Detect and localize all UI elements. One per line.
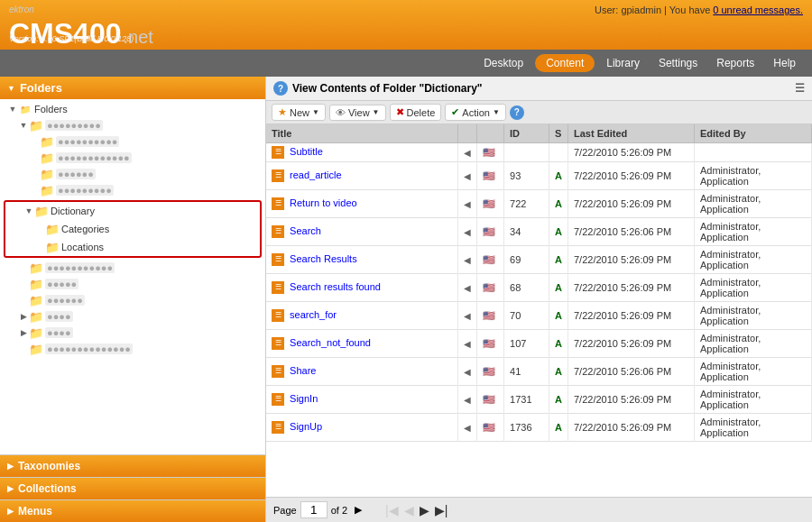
dict-folder-icon: 📁 [34, 204, 49, 218]
new-label: New [290, 107, 309, 118]
delete-icon: ✖ [396, 106, 404, 118]
nav-content[interactable]: Content [535, 54, 595, 72]
tree-root[interactable]: ▼ 📁 Folders [0, 101, 265, 117]
row-edited-by: Administrator, Application [695, 302, 812, 330]
flag-icon: 🇺🇸 [483, 310, 495, 321]
row-status: A [549, 162, 568, 190]
version-text: Version: 8.00 SP1(Build 8.0.0.128) [9, 34, 134, 43]
tree-item-n3[interactable]: 📁 ●●●●●●●●●●●● [0, 150, 265, 166]
row-title: ☰ Search Results [266, 246, 458, 274]
last-page-btn[interactable]: ▶| [433, 503, 450, 517]
tree-item-n7[interactable]: 📁 ●●●●● [0, 276, 265, 292]
root-expand-icon[interactable]: ▼ [7, 105, 18, 114]
row-id: 1731 [504, 386, 549, 414]
n1-expand-icon[interactable]: ▼ [18, 121, 29, 130]
tree-item-n9[interactable]: ▶ 📁 ●●●● [0, 308, 265, 325]
tree-item-locations[interactable]: 📁 Locations [5, 238, 260, 256]
tree-item-n11[interactable]: 📁 ●●●●●●●●●●●●●● [0, 341, 265, 357]
n9-folder-icon: 📁 [29, 309, 43, 324]
row-lang: 🇺🇸 [477, 414, 504, 442]
row-status: A [549, 414, 568, 442]
content-title-link[interactable]: Search_not_found [290, 337, 371, 348]
view-label: View [348, 107, 370, 118]
row-date: 7/22/2010 5:26:09 PM [568, 143, 695, 162]
nav-reports[interactable]: Reports [709, 54, 761, 72]
next-green-icon[interactable]: ▶ [355, 504, 362, 516]
row-lang: 🇺🇸 [477, 143, 504, 162]
view-button[interactable]: 👁 View ▼ [329, 105, 386, 121]
content-title-link[interactable]: read_article [290, 169, 341, 180]
unread-messages-link[interactable]: 0 unread messages. [713, 5, 803, 15]
row-edited-by: Administrator, Application [695, 246, 812, 274]
tree-item-n1[interactable]: ▼ 📁 ●●●●●●●●● [0, 117, 265, 133]
prev-page-btn[interactable]: ◀ [402, 503, 416, 517]
nav-bar: Desktop Content Library Settings Reports… [0, 50, 812, 77]
action-button[interactable]: ✔ Action ▼ [445, 104, 506, 121]
tree-item-n2[interactable]: 📁 ●●●●●●●●●● [0, 133, 265, 150]
folders-header[interactable]: ▼ Folders [0, 77, 265, 99]
page-input[interactable] [300, 501, 328, 518]
flag-icon: 🇺🇸 [483, 147, 495, 158]
n1-label: ●●●●●●●●● [45, 120, 103, 131]
tree-item-dictionary[interactable]: ▼ 📁 Dictionary [5, 202, 260, 220]
collections-expand-icon: ▶ [7, 484, 14, 493]
content-title-link[interactable]: SignIn [290, 393, 318, 404]
content-title-link[interactable]: Search [290, 225, 321, 236]
dict-expand-icon[interactable]: ▼ [23, 206, 34, 215]
n11-folder-icon: 📁 [29, 342, 43, 356]
tree-item-n8[interactable]: 📁 ●●●●●● [0, 292, 265, 308]
nav-help[interactable]: Help [766, 54, 803, 72]
n9-expand-icon[interactable]: ▶ [18, 312, 29, 321]
nav-library[interactable]: Library [599, 54, 647, 72]
new-button[interactable]: ★ New ▼ [272, 104, 326, 121]
collections-section[interactable]: ▶ Collections [0, 477, 265, 499]
tree-item-n6[interactable]: 📁 ●●●●●●●●●●● [0, 260, 265, 276]
content-type-icon: ☰ [272, 393, 284, 406]
tree-item-n4[interactable]: 📁 ●●●●●● [0, 166, 265, 182]
n8-label: ●●●●●● [45, 295, 85, 306]
settings-menu-icon[interactable]: ☰ [795, 82, 805, 95]
next-page-btn[interactable]: ▶ [418, 503, 431, 517]
row-arrow-icon: ◀ [464, 255, 471, 265]
row-edited-by: Administrator, Application [695, 190, 812, 218]
row-status: A [549, 190, 568, 218]
table-row: ☰ Search_not_found ◀ 🇺🇸 107 A 7/22/2010 … [266, 330, 812, 358]
content-title-link[interactable]: Share [290, 365, 316, 376]
row-status: A [549, 274, 568, 302]
n7-label: ●●●●● [45, 279, 78, 289]
row-arrow-icon: ◀ [464, 395, 471, 405]
content-title-link[interactable]: search_for [290, 309, 337, 320]
pagination-bar: Page of 2 ▶ |◀ ◀ ▶ ▶| [266, 497, 812, 522]
col-edited-by: Edited By [695, 124, 812, 143]
nav-desktop[interactable]: Desktop [476, 54, 531, 72]
nav-settings[interactable]: Settings [651, 54, 705, 72]
content-area: ? View Contents of Folder "Dictionary" ☰… [266, 77, 812, 522]
delete-button[interactable]: ✖ Delete [390, 104, 442, 121]
row-title: ☰ Share [266, 358, 458, 386]
content-title-link[interactable]: Search results found [290, 281, 381, 292]
user-label: User: gpiadmin | You have [595, 5, 710, 15]
content-type-icon: ☰ [272, 421, 284, 434]
n9-label: ●●●● [45, 311, 73, 322]
content-help-icon[interactable]: ? [273, 81, 288, 96]
content-title-link[interactable]: Subtitle [290, 146, 323, 157]
row-arrow: ◀ [458, 414, 477, 442]
n5-label: ●●●●●●●●● [56, 185, 114, 196]
row-id: 69 [504, 246, 549, 274]
content-title-link[interactable]: SignUp [290, 421, 322, 432]
menus-section[interactable]: ▶ Menus [0, 499, 265, 522]
tree-item-n5[interactable]: 📁 ●●●●●●●●● [0, 182, 265, 198]
content-type-icon: ☰ [272, 225, 284, 238]
row-title: ☰ SignIn [266, 386, 458, 414]
taxonomies-section[interactable]: ▶ Taxonomies [0, 454, 265, 477]
tree-item-n10[interactable]: ▶ 📁 ●●●● [0, 325, 265, 341]
menus-expand-icon: ▶ [7, 507, 14, 516]
content-title-link[interactable]: Return to video [290, 197, 357, 208]
tree-item-categories[interactable]: 📁 Categories [5, 220, 260, 238]
sidebar-tree[interactable]: ▼ 📁 Folders ▼ 📁 ●●●●●●●●● 📁 ●●●●●●●●●● [0, 99, 265, 454]
first-page-btn[interactable]: |◀ [383, 503, 401, 517]
content-type-icon: ☰ [272, 365, 284, 378]
toolbar-help-icon[interactable]: ? [510, 105, 524, 120]
n10-expand-icon[interactable]: ▶ [18, 328, 29, 337]
content-title-link[interactable]: Search Results [290, 253, 357, 264]
